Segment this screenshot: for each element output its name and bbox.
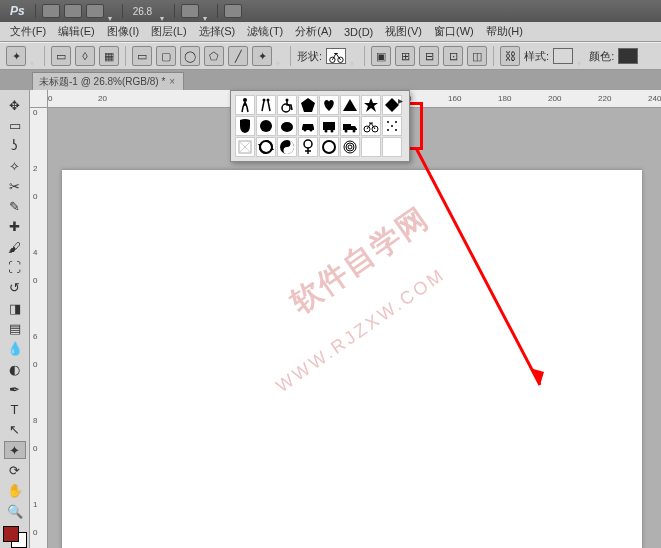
- ruler-tick: 6: [33, 332, 37, 341]
- move-tool[interactable]: ✥: [4, 96, 26, 114]
- custom-shape-tool[interactable]: ✦: [4, 441, 26, 459]
- zoom-value[interactable]: 26.8: [129, 6, 156, 17]
- combine-add-icon[interactable]: ⊞: [395, 46, 415, 66]
- dropdown-icon[interactable]: [160, 7, 168, 15]
- foreground-color[interactable]: [3, 526, 19, 542]
- combine-intersect-icon[interactable]: ⊡: [443, 46, 463, 66]
- dropdown-icon[interactable]: [577, 52, 585, 60]
- menu-select[interactable]: 选择(S): [193, 24, 242, 39]
- shape-shield[interactable]: [235, 116, 255, 136]
- stamp-tool[interactable]: ⛶: [4, 258, 26, 276]
- blur-tool[interactable]: 💧: [4, 340, 26, 358]
- dropdown-icon[interactable]: [30, 52, 38, 60]
- ellipse-icon[interactable]: ◯: [180, 46, 200, 66]
- dropdown-icon[interactable]: [108, 7, 116, 15]
- screen-mode-icon[interactable]: [86, 4, 104, 18]
- polygon-icon[interactable]: ⬠: [204, 46, 224, 66]
- mini-bridge-icon[interactable]: [64, 4, 82, 18]
- combine-exclude-icon[interactable]: ◫: [467, 46, 487, 66]
- color-picker[interactable]: [3, 526, 27, 548]
- dropdown-icon[interactable]: [276, 52, 284, 60]
- arrange-icon[interactable]: [224, 4, 242, 18]
- menu-help[interactable]: 帮助(H): [480, 24, 529, 39]
- shape-bike[interactable]: [361, 116, 381, 136]
- canvas[interactable]: [62, 170, 642, 548]
- pen-tool[interactable]: ✒: [4, 380, 26, 398]
- hand-icon[interactable]: [181, 4, 199, 18]
- svg-point-19: [345, 130, 348, 133]
- color-swatch[interactable]: [618, 48, 638, 64]
- menu-file[interactable]: 文件(F): [4, 24, 52, 39]
- custom-icon[interactable]: ✦: [252, 46, 272, 66]
- wand-tool[interactable]: ✧: [4, 157, 26, 175]
- shape-tex1[interactable]: [235, 137, 255, 157]
- dodge-tool[interactable]: ◐: [4, 360, 26, 378]
- path-select-tool[interactable]: ↖: [4, 421, 26, 439]
- shape-preview[interactable]: [326, 48, 346, 64]
- heal-tool[interactable]: ✚: [4, 218, 26, 236]
- shape-recycle[interactable]: [256, 137, 276, 157]
- shape-star[interactable]: [361, 95, 381, 115]
- ruler-tick: 0: [33, 108, 37, 117]
- eraser-tool[interactable]: ◨: [4, 299, 26, 317]
- shape-dropdown-icon[interactable]: [350, 52, 358, 60]
- rrect-icon[interactable]: ▢: [156, 46, 176, 66]
- menu-image[interactable]: 图像(I): [101, 24, 145, 39]
- gradient-tool[interactable]: ▤: [4, 319, 26, 337]
- shape-circle[interactable]: [256, 116, 276, 136]
- shape-wheelchair[interactable]: [277, 95, 297, 115]
- shape-ring[interactable]: [319, 137, 339, 157]
- eyedropper-tool[interactable]: ✎: [4, 197, 26, 215]
- shape-layers-icon[interactable]: ▭: [51, 46, 71, 66]
- flyout-menu-icon[interactable]: ▸: [398, 95, 403, 106]
- menu-window[interactable]: 窗口(W): [428, 24, 480, 39]
- custom-shape-tool-icon[interactable]: ✦: [6, 46, 26, 66]
- marquee-tool[interactable]: ▭: [4, 116, 26, 134]
- hand-tool[interactable]: ✋: [4, 482, 26, 500]
- link-icon[interactable]: ⛓: [500, 46, 520, 66]
- shape-car[interactable]: [298, 116, 318, 136]
- svg-point-27: [391, 125, 393, 127]
- shape-spiral[interactable]: [340, 137, 360, 157]
- bridge-icon[interactable]: [42, 4, 60, 18]
- shape-heart[interactable]: [319, 95, 339, 115]
- shape-triangle[interactable]: [340, 95, 360, 115]
- dropdown-icon[interactable]: [203, 7, 211, 15]
- shape-dots[interactable]: [382, 116, 402, 136]
- shape-walk2[interactable]: [256, 95, 276, 115]
- svg-point-2: [243, 98, 247, 102]
- 3d-tool[interactable]: ⟳: [4, 461, 26, 479]
- shape-female[interactable]: [298, 137, 318, 157]
- document-tab[interactable]: 未标题-1 @ 26.8%(RGB/8) * ×: [32, 72, 184, 90]
- menu-3d[interactable]: 3D(D): [338, 26, 379, 38]
- shape-blob[interactable]: [277, 116, 297, 136]
- fill-pixels-icon[interactable]: ▦: [99, 46, 119, 66]
- brush-tool[interactable]: 🖌: [4, 238, 26, 256]
- shape-truck[interactable]: [340, 116, 360, 136]
- paths-icon[interactable]: ◊: [75, 46, 95, 66]
- menu-filter[interactable]: 滤镜(T): [241, 24, 289, 39]
- crop-tool[interactable]: ✂: [4, 177, 26, 195]
- ruler-tick: 1: [33, 500, 37, 509]
- shape-bus[interactable]: [319, 116, 339, 136]
- shape-pentagon[interactable]: [298, 95, 318, 115]
- style-swatch[interactable]: [553, 48, 573, 64]
- svg-marker-10: [385, 98, 399, 112]
- ruler-tick: 0: [33, 360, 37, 369]
- menu-layer[interactable]: 图层(L): [145, 24, 192, 39]
- menu-view[interactable]: 视图(V): [379, 24, 428, 39]
- combine-subtract-icon[interactable]: ⊟: [419, 46, 439, 66]
- menu-analysis[interactable]: 分析(A): [289, 24, 338, 39]
- svg-point-12: [281, 122, 293, 132]
- lasso-tool[interactable]: ʖ: [4, 137, 26, 155]
- zoom-tool[interactable]: 🔍: [4, 502, 26, 520]
- history-brush-tool[interactable]: ↺: [4, 279, 26, 297]
- menu-edit[interactable]: 编辑(E): [52, 24, 101, 39]
- rect-icon[interactable]: ▭: [132, 46, 152, 66]
- close-icon[interactable]: ×: [169, 76, 175, 87]
- type-tool[interactable]: T: [4, 400, 26, 418]
- line-icon[interactable]: ╱: [228, 46, 248, 66]
- shape-walk[interactable]: [235, 95, 255, 115]
- combine-new-icon[interactable]: ▣: [371, 46, 391, 66]
- shape-yinyang[interactable]: [277, 137, 297, 157]
